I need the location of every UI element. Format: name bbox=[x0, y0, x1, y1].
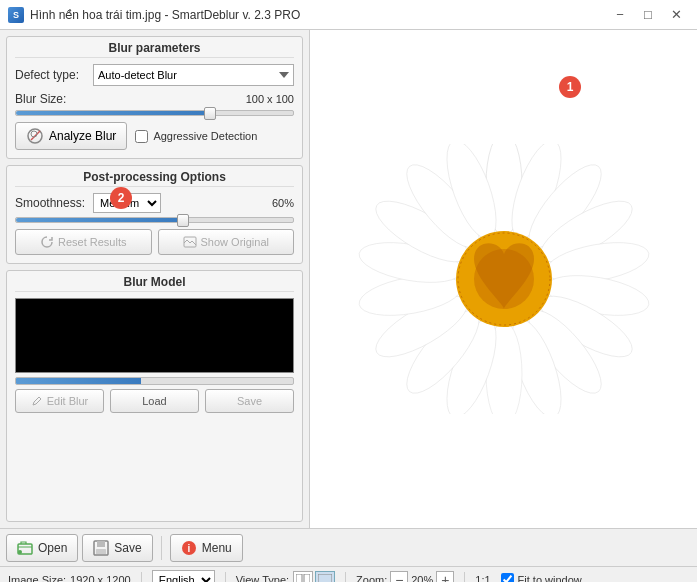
view-type-split-button[interactable] bbox=[293, 571, 313, 583]
action-buttons-row: Reset Results Show Original bbox=[15, 229, 294, 255]
fit-to-window-label: Fit to window bbox=[518, 574, 582, 583]
view-type-buttons bbox=[293, 571, 335, 583]
reset-results-button[interactable]: Reset Results bbox=[15, 229, 152, 255]
status-sep-1 bbox=[141, 572, 142, 583]
blur-size-slider[interactable] bbox=[15, 110, 294, 116]
blur-model-buttons: Edit Blur Load Save bbox=[15, 389, 294, 413]
zoom-label: Zoom: bbox=[356, 574, 387, 583]
ratio-label: 1:1 bbox=[475, 574, 490, 583]
flower-svg bbox=[314, 144, 694, 414]
zoom-in-button[interactable]: + bbox=[436, 571, 454, 583]
analyze-blur-label: Analyze Blur bbox=[49, 129, 116, 143]
info-icon: i bbox=[181, 540, 197, 556]
analyze-blur-button[interactable]: Analyze Blur bbox=[15, 122, 127, 150]
blur-model-canvas bbox=[15, 298, 294, 373]
open-button[interactable]: Open bbox=[6, 534, 78, 562]
blur-size-value: 100 x 100 bbox=[246, 93, 294, 105]
window-controls: − □ ✕ bbox=[607, 4, 689, 26]
ratio-section: 1:1 bbox=[475, 574, 490, 583]
close-button[interactable]: ✕ bbox=[663, 4, 689, 26]
status-bar: Image Size: 1920 x 1200 English View Typ… bbox=[0, 566, 697, 582]
defect-type-row: Defect type: Auto-detect Blur Out of Foc… bbox=[15, 64, 294, 86]
window-title: Hình nền hoa trái tim.jpg - SmartDeblur … bbox=[30, 8, 300, 22]
show-original-button[interactable]: Show Original bbox=[158, 229, 295, 255]
edit-blur-label: Edit Blur bbox=[47, 395, 89, 407]
language-select[interactable]: English bbox=[152, 570, 215, 583]
analyze-row: Analyze Blur Aggressive Detection bbox=[15, 122, 294, 150]
blur-size-label: Blur Size: bbox=[15, 92, 87, 106]
view-type-label: View Type: bbox=[236, 574, 289, 583]
defect-type-select[interactable]: Auto-detect Blur Out of Focus Motion Blu… bbox=[93, 64, 294, 86]
view-type-section: View Type: bbox=[236, 571, 335, 583]
smoothness-slider-thumb[interactable] bbox=[177, 214, 189, 227]
reset-results-label: Reset Results bbox=[58, 236, 126, 248]
svg-rect-35 bbox=[318, 574, 332, 583]
toolbar-separator bbox=[161, 536, 162, 560]
svg-line-1 bbox=[31, 131, 40, 140]
minimize-button[interactable]: − bbox=[607, 4, 633, 26]
save-icon bbox=[93, 540, 109, 556]
analyze-icon bbox=[26, 127, 44, 145]
blur-parameters-section: Blur parameters Defect type: Auto-detect… bbox=[6, 36, 303, 159]
slider-thumb[interactable] bbox=[204, 107, 216, 120]
app-icon: S bbox=[8, 7, 24, 23]
aggressive-detection-row: Aggressive Detection bbox=[135, 130, 257, 143]
menu-button[interactable]: i Menu bbox=[170, 534, 243, 562]
smoothness-slider-fill bbox=[16, 218, 182, 222]
main-content: 1 2 Blur parameters Defect type: Auto-de… bbox=[0, 30, 697, 528]
main-toolbar: Open Save i Menu bbox=[0, 528, 697, 566]
svg-point-27 bbox=[18, 550, 22, 554]
zoom-value: 20% bbox=[411, 574, 433, 583]
slider-fill bbox=[16, 111, 210, 115]
image-size-value: 1920 x 1200 bbox=[70, 574, 131, 583]
maximize-button[interactable]: □ bbox=[635, 4, 661, 26]
fit-to-window-checkbox[interactable] bbox=[501, 573, 514, 582]
image-size-section: Image Size: 1920 x 1200 bbox=[8, 574, 131, 583]
status-sep-4 bbox=[464, 572, 465, 583]
open-folder-icon bbox=[17, 540, 33, 556]
save-blur-label: Save bbox=[237, 395, 262, 407]
edit-blur-icon bbox=[31, 395, 43, 407]
blur-model-progress bbox=[15, 377, 294, 385]
zoom-section: Zoom: − 20% + bbox=[356, 571, 454, 583]
defect-type-label: Defect type: bbox=[15, 68, 87, 82]
blur-model-progress-fill bbox=[16, 378, 141, 384]
svg-rect-30 bbox=[96, 549, 106, 554]
post-processing-title: Post-processing Options bbox=[15, 170, 294, 187]
save-button[interactable]: Save bbox=[82, 534, 152, 562]
svg-rect-34 bbox=[304, 574, 310, 583]
aggressive-detection-checkbox[interactable] bbox=[135, 130, 148, 143]
status-sep-3 bbox=[345, 572, 346, 583]
right-panel bbox=[310, 30, 697, 528]
svg-rect-29 bbox=[97, 541, 105, 547]
save-label: Save bbox=[114, 541, 141, 555]
blur-size-row: Blur Size: 100 x 100 bbox=[15, 92, 294, 106]
blur-params-title: Blur parameters bbox=[15, 41, 294, 58]
show-original-label: Show Original bbox=[201, 236, 269, 248]
menu-label: Menu bbox=[202, 541, 232, 555]
smoothness-select[interactable]: Low Medium High bbox=[93, 193, 161, 213]
view-type-single-button[interactable] bbox=[315, 571, 335, 583]
svg-rect-33 bbox=[296, 574, 302, 583]
load-button[interactable]: Load bbox=[110, 389, 199, 413]
smoothness-row: Smoothness: Low Medium High 60% bbox=[15, 193, 294, 213]
reset-icon bbox=[40, 235, 54, 249]
blur-size-slider-row[interactable] bbox=[15, 110, 294, 116]
svg-rect-3 bbox=[184, 237, 196, 247]
image-size-label: Image Size: bbox=[8, 574, 66, 583]
svg-text:i: i bbox=[187, 543, 190, 554]
zoom-out-button[interactable]: − bbox=[390, 571, 408, 583]
smoothness-pct: 60% bbox=[272, 197, 294, 209]
svg-point-25 bbox=[474, 249, 534, 309]
title-bar: S Hình nền hoa trái tim.jpg - SmartDeblu… bbox=[0, 0, 697, 30]
save-blur-button[interactable]: Save bbox=[205, 389, 294, 413]
blur-model-section: Blur Model Edit Blur Load Save bbox=[6, 270, 303, 522]
left-panel: Blur parameters Defect type: Auto-detect… bbox=[0, 30, 310, 528]
smoothness-slider[interactable] bbox=[15, 217, 294, 223]
post-processing-section: Post-processing Options Smoothness: Low … bbox=[6, 165, 303, 264]
show-original-icon bbox=[183, 235, 197, 249]
smoothness-slider-row[interactable] bbox=[15, 217, 294, 223]
edit-blur-button[interactable]: Edit Blur bbox=[15, 389, 104, 413]
blur-model-title: Blur Model bbox=[15, 275, 294, 292]
smoothness-label: Smoothness: bbox=[15, 196, 87, 210]
